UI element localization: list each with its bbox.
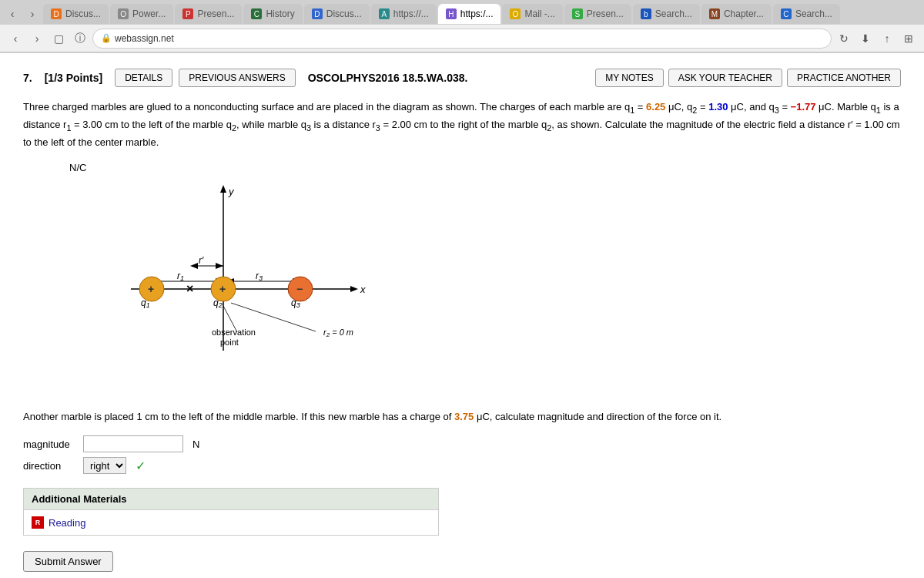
check-icon: ✓ xyxy=(136,459,146,473)
tab-mail[interactable]: O Mail -... xyxy=(502,4,562,24)
additional-materials-header: Additional Materials xyxy=(24,489,438,510)
ask-teacher-button[interactable]: ASK YOUR TEACHER xyxy=(668,69,782,87)
forward-btn[interactable]: › xyxy=(23,5,42,23)
reading-link[interactable]: R Reading xyxy=(32,516,430,529)
nav-forward[interactable]: › xyxy=(28,29,46,48)
details-button[interactable]: DETAILS xyxy=(115,69,172,87)
tab-power-label: Power... xyxy=(132,8,166,19)
tab-discus2[interactable]: D Discus... xyxy=(304,4,370,24)
nav-more[interactable]: ⊞ xyxy=(899,29,918,48)
presen-favicon: P xyxy=(182,8,193,19)
svg-text:x: x xyxy=(360,284,366,295)
svg-marker-4 xyxy=(350,286,358,292)
tab-power[interactable]: O Power... xyxy=(110,4,173,24)
svg-text:+: + xyxy=(219,283,226,295)
tab-presen2[interactable]: S Presen... xyxy=(564,4,631,24)
back-btn[interactable]: ‹ xyxy=(3,5,22,23)
tab-discus2-label: Discus... xyxy=(326,8,362,19)
additional-materials-content: R Reading xyxy=(24,510,438,535)
discus2-favicon: D xyxy=(312,8,323,19)
magnitude-label: magnitude xyxy=(23,439,77,450)
address-bar[interactable]: 🔒 webassign.net xyxy=(92,29,832,49)
magnitude-row: magnitude N xyxy=(23,435,901,452)
svg-text:point: point xyxy=(220,338,239,347)
tab-search1[interactable]: b Search... xyxy=(633,4,700,24)
svg-text:r3: r3 xyxy=(256,271,263,282)
mail-favicon: O xyxy=(510,8,521,19)
reading-icon: R xyxy=(32,516,44,529)
browser-chrome: ‹ › D Discus... O Power... P Presen... C… xyxy=(0,0,924,53)
tab-presen2-label: Presen... xyxy=(587,8,624,19)
url-text: webassign.net xyxy=(115,33,174,44)
svg-marker-8 xyxy=(216,263,223,269)
lock-icon: 🔒 xyxy=(101,33,112,43)
discus1-favicon: D xyxy=(51,8,62,19)
tab-presen-label: Presen... xyxy=(197,8,234,19)
nav-download[interactable]: ⬇ xyxy=(856,29,875,48)
nav-refresh[interactable]: ↻ xyxy=(835,29,853,48)
tab-history-label: History xyxy=(266,8,294,19)
nav-share[interactable]: ↑ xyxy=(878,29,896,48)
tab-chapter-label: Chapter... xyxy=(724,8,764,19)
nav-info[interactable]: ⓘ xyxy=(71,29,89,48)
search2-favicon: C xyxy=(781,8,792,19)
practice-another-button[interactable]: PRACTICE ANOTHER xyxy=(787,69,901,87)
tab-search1-label: Search... xyxy=(655,8,692,19)
tab-presen[interactable]: P Presen... xyxy=(175,4,242,24)
tab-search2-label: Search... xyxy=(795,8,832,19)
search1-favicon: b xyxy=(641,8,651,19)
prev-answers-button[interactable]: PREVIOUS ANSWERS xyxy=(179,69,295,87)
nc-label: N/C xyxy=(69,162,901,173)
tab-discus1[interactable]: D Discus... xyxy=(43,4,109,24)
nav-square[interactable]: ▢ xyxy=(49,29,68,48)
nav-back[interactable]: ‹ xyxy=(6,29,25,48)
svg-text:r′: r′ xyxy=(199,255,204,266)
tab-history[interactable]: C History xyxy=(243,4,302,24)
direction-row: direction right left ✓ xyxy=(23,457,901,474)
magnitude-unit: N xyxy=(192,439,199,450)
svg-text:×: × xyxy=(186,282,193,295)
tab-https1-label: https://... xyxy=(393,8,429,19)
power-favicon: O xyxy=(118,8,129,19)
svg-text:+: + xyxy=(148,283,154,295)
question-points: [1/3 Points] xyxy=(45,72,102,84)
question-code: OSCOLPHYS2016 18.5.WA.038. xyxy=(308,72,590,84)
additional-materials-box: Additional Materials R Reading xyxy=(23,488,439,536)
page-content: 7. [1/3 Points] DETAILS PREVIOUS ANSWERS… xyxy=(0,53,924,578)
svg-text:−: − xyxy=(296,283,303,295)
svg-marker-1 xyxy=(220,185,226,193)
tab-chapter[interactable]: M Chapter... xyxy=(701,4,772,24)
svg-text:r1: r1 xyxy=(177,271,184,282)
tab-search2[interactable]: C Search... xyxy=(773,4,840,24)
tab-https2-label: https:/... xyxy=(460,8,494,19)
history-favicon: C xyxy=(251,8,262,19)
charge-highlight: 3.75 xyxy=(454,411,474,422)
nav-bar: ‹ › ▢ ⓘ 🔒 webassign.net ↻ ⬇ ↑ ⊞ xyxy=(0,25,924,52)
tab-https1[interactable]: A https://... xyxy=(371,4,437,24)
chapter-favicon: M xyxy=(709,8,720,19)
svg-text:r2 = 0 m: r2 = 0 m xyxy=(323,328,353,338)
question-number: 7. xyxy=(23,72,32,84)
diagram-container: y x r′ r1 r3 + q1 + xyxy=(69,181,855,397)
tab-discus1-label: Discus... xyxy=(65,8,101,19)
magnitude-input[interactable] xyxy=(83,435,183,452)
direction-label: direction xyxy=(23,460,77,472)
question-header: 7. [1/3 Points] DETAILS PREVIOUS ANSWERS… xyxy=(23,69,901,87)
direction-select[interactable]: right left xyxy=(83,457,126,474)
https1-favicon: A xyxy=(379,8,390,19)
physics-diagram: y x r′ r1 r3 + q1 + xyxy=(69,181,377,397)
tab-mail-label: Mail -... xyxy=(524,8,554,19)
https2-favicon: H xyxy=(446,8,457,19)
problem-text-2: Another marble is placed 1 cm to the lef… xyxy=(23,409,901,425)
presen2-favicon: S xyxy=(572,8,583,19)
svg-text:observation: observation xyxy=(212,328,256,337)
svg-text:y: y xyxy=(228,186,235,197)
submit-button[interactable]: Submit Answer xyxy=(23,551,113,572)
problem-text: Three charged marbles are glued to a non… xyxy=(23,99,901,151)
right-buttons: MY NOTES ASK YOUR TEACHER PRACTICE ANOTH… xyxy=(595,69,901,87)
reading-label: Reading xyxy=(49,517,85,529)
svg-marker-7 xyxy=(190,263,198,269)
my-notes-button[interactable]: MY NOTES xyxy=(595,69,663,87)
tab-bar: ‹ › D Discus... O Power... P Presen... C… xyxy=(0,0,924,25)
tab-https2[interactable]: H https:/... xyxy=(438,4,501,24)
